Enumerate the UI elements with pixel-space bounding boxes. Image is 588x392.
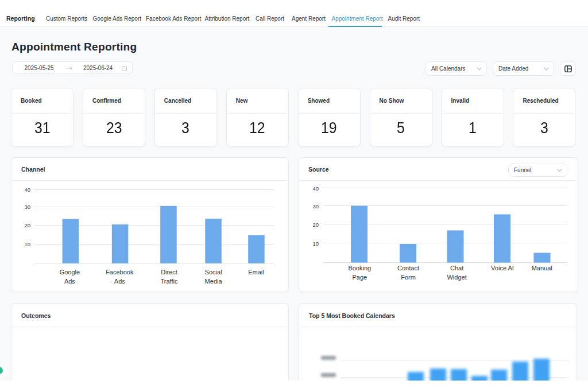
svg-text:Form: Form [401, 274, 416, 281]
svg-text:Manual: Manual [532, 265, 552, 271]
svg-text:Media: Media [205, 278, 223, 285]
svg-text:Social: Social [205, 269, 222, 275]
svg-text:Google: Google [60, 269, 80, 275]
svg-text:Ads: Ads [64, 278, 75, 285]
svg-text:Booking: Booking [348, 265, 371, 271]
svg-text:Facebook: Facebook [106, 269, 134, 275]
svg-text:Email: Email [248, 269, 264, 275]
svg-text:Voice AI: Voice AI [491, 265, 514, 271]
svg-text:Widget: Widget [447, 274, 466, 281]
svg-text:Contact: Contact [397, 265, 419, 271]
svg-text:Ads: Ads [114, 278, 125, 285]
svg-text:Page: Page [352, 274, 367, 281]
svg-text:30: 30 [312, 203, 319, 209]
svg-text:Traffic: Traffic [161, 278, 178, 285]
svg-text:10: 10 [312, 240, 319, 247]
svg-text:40: 40 [24, 187, 30, 193]
svg-text:Direct: Direct [161, 269, 177, 275]
svg-text:40: 40 [312, 185, 319, 192]
svg-text:20: 20 [312, 222, 319, 228]
svg-text:30: 30 [24, 204, 30, 210]
svg-text:10: 10 [24, 241, 30, 247]
svg-text:20: 20 [24, 222, 30, 228]
svg-text:Chat: Chat [450, 265, 463, 271]
